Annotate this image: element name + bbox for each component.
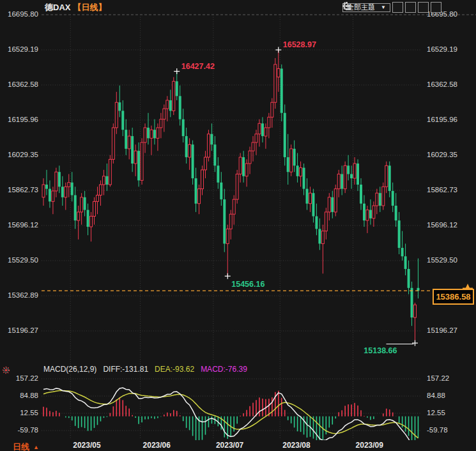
svg-text:16195.96: 16195.96 (8, 116, 38, 123)
svg-text:2023/05: 2023/05 (73, 441, 101, 450)
pan-mode-button[interactable] (392, 2, 403, 13)
svg-text:16362.58: 16362.58 (427, 80, 457, 88)
svg-text:157.22: 157.22 (427, 374, 449, 382)
shift-right-icon (342, 2, 351, 10)
svg-text:15862.73: 15862.73 (8, 186, 38, 194)
svg-text:15696.12: 15696.12 (8, 221, 38, 229)
svg-text:15196.27: 15196.27 (8, 326, 38, 334)
indicator-settings-icon (2, 366, 10, 374)
x-axis-scale-button[interactable] (418, 2, 429, 13)
svg-text:2023/06: 2023/06 (143, 441, 171, 450)
svg-text:-59.78: -59.78 (427, 426, 448, 434)
svg-text:12.55: 12.55 (20, 409, 38, 417)
macd-header: MACD(26,12,9) DIFF:-131.81 DEA:-93.62 MA… (43, 365, 247, 374)
expand-up-icon: ▲ (33, 444, 39, 450)
svg-text:16362.58: 16362.58 (8, 80, 38, 88)
svg-text:157.22: 157.22 (16, 374, 38, 382)
svg-text:84.88: 84.88 (20, 392, 38, 399)
svg-text:15696.12: 15696.12 (427, 221, 457, 229)
macd-macd-value: MACD:-76.39 (201, 365, 247, 374)
svg-text:16029.35: 16029.35 (427, 151, 457, 158)
svg-text:15862.73: 15862.73 (427, 186, 457, 194)
chart-controls: 全部主题 ▼ (342, 2, 441, 13)
chart-app: 16695.8016695.8016529.1916529.1916362.58… (0, 0, 476, 451)
svg-text:2023/09: 2023/09 (356, 441, 384, 450)
candlestick-chart[interactable]: 16695.8016695.8016529.1916529.1916362.58… (0, 0, 476, 451)
svg-text:84.88: 84.88 (427, 392, 445, 399)
period-selector-label: 日线 (13, 441, 29, 451)
svg-text:16195.96: 16195.96 (427, 116, 457, 123)
svg-text:16529.19: 16529.19 (427, 45, 457, 53)
period-tag: 【日线】 (73, 3, 106, 12)
svg-text:15196.27: 15196.27 (427, 326, 457, 334)
macd-title: MACD(26,12,9) (43, 365, 96, 374)
period-selector[interactable]: 日线 ▲ (13, 441, 39, 451)
svg-text:16695.80: 16695.80 (8, 10, 38, 18)
svg-text:15456.16: 15456.16 (231, 280, 265, 289)
macd-diff-value: DIFF:-131.81 (103, 365, 148, 374)
svg-text:16029.35: 16029.35 (8, 151, 38, 158)
chart-title: 德DAX【日线】 (45, 2, 106, 13)
y-axis-scale-button[interactable] (405, 2, 416, 13)
symbol-name: 德DAX (45, 3, 70, 12)
svg-text:16528.97: 16528.97 (283, 40, 316, 49)
svg-text:2023/07: 2023/07 (216, 441, 244, 450)
current-price-label: 15386.58 (433, 289, 474, 305)
macd-dea-value: DEA:-93.62 (155, 365, 194, 374)
svg-text:15138.66: 15138.66 (364, 346, 397, 355)
svg-text:16427.42: 16427.42 (181, 62, 215, 71)
shift-right-button[interactable] (431, 2, 441, 13)
chevron-down-icon: ▼ (381, 4, 386, 10)
svg-text:-59.78: -59.78 (17, 426, 38, 434)
svg-text:15529.50: 15529.50 (427, 256, 457, 264)
svg-text:12.55: 12.55 (427, 409, 445, 417)
svg-text:2023/08: 2023/08 (282, 441, 311, 450)
svg-text:16529.19: 16529.19 (8, 45, 38, 53)
svg-text:15529.50: 15529.50 (8, 256, 38, 264)
svg-text:15362.89: 15362.89 (8, 291, 38, 299)
